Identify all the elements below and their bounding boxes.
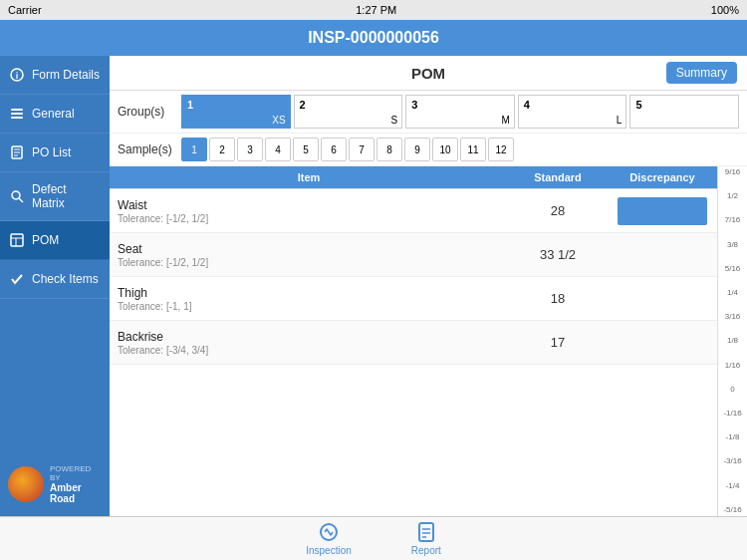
td-discrepancy-seat[interactable] <box>608 233 717 276</box>
logo-circle-icon <box>8 466 44 502</box>
group-size-2: S <box>391 115 400 126</box>
sample-btn-4[interactable]: 4 <box>265 138 291 161</box>
group-cell-1[interactable]: 1 XS <box>181 95 291 129</box>
svg-rect-3 <box>11 113 23 115</box>
group-size-1: XS <box>272 115 287 126</box>
sidebar-item-check-items[interactable]: Check Items <box>0 260 110 299</box>
tab-report[interactable]: Report <box>411 521 441 556</box>
table-icon <box>8 231 26 249</box>
ruler-mark-9-16: 9/16 <box>718 168 747 176</box>
sample-btn-9[interactable]: 9 <box>404 138 430 161</box>
group-num-5: 5 <box>632 99 641 111</box>
ruler-mark-neg-5-16: -5/16 <box>718 506 747 514</box>
sidebar-label-pom: POM <box>32 233 59 247</box>
ruler-mark-3-16: 3/16 <box>718 313 747 321</box>
sample-btn-6[interactable]: 6 <box>321 138 347 161</box>
td-standard-thigh: 18 <box>508 277 608 320</box>
group-cell-5[interactable]: 5 <box>629 95 739 129</box>
sample-btn-7[interactable]: 7 <box>349 138 374 161</box>
ruler-mark-3-8: 3/8 <box>718 241 747 249</box>
svg-point-9 <box>12 191 20 199</box>
group-num-2: 2 <box>297 99 306 111</box>
sample-btn-1[interactable]: 1 <box>181 138 207 161</box>
discrepancy-cell-waist <box>618 197 707 225</box>
td-item-waist: Waist Tolerance: [-1/2, 1/2] <box>110 189 508 232</box>
svg-text:i: i <box>16 71 19 81</box>
sample-buttons: 1 2 3 4 5 6 7 8 9 10 11 12 <box>181 138 514 161</box>
logo-text: POWERED BY Amber Road <box>50 464 102 504</box>
content-area: POM Summary Group(s) 1 XS 2 S 3 M <box>110 56 747 516</box>
pom-section-title: POM <box>411 65 445 82</box>
main-layout: i Form Details General PO List Defect Ma… <box>0 56 747 516</box>
sidebar-label-po-list: PO List <box>32 145 71 159</box>
td-discrepancy-backrise[interactable] <box>608 321 717 364</box>
group-cell-3[interactable]: 3 M <box>405 95 515 129</box>
svg-rect-4 <box>11 117 23 119</box>
td-item-backrise: Backrise Tolerance: [-3/4, 3/4] <box>110 321 508 364</box>
item-tolerance-seat: Tolerance: [-1/2, 1/2] <box>118 257 500 268</box>
group-size-3: M <box>501 115 511 126</box>
svg-rect-2 <box>11 109 23 111</box>
ruler-mark-5-16: 5/16 <box>718 265 747 273</box>
ruler-mark-0: 0 <box>718 386 747 394</box>
tab-bar: Inspection Report <box>0 516 747 560</box>
td-discrepancy-waist[interactable] <box>608 189 717 232</box>
table-row[interactable]: Backrise Tolerance: [-3/4, 3/4] 17 <box>110 321 717 365</box>
ruler-mark-1-2: 1/2 <box>718 192 747 200</box>
header: INSP-0000000056 <box>0 20 747 56</box>
sample-btn-10[interactable]: 10 <box>432 138 458 161</box>
summary-button[interactable]: Summary <box>666 62 737 84</box>
ruler-mark-1-16: 1/16 <box>718 362 747 370</box>
sidebar-label-defect-matrix: Defect Matrix <box>32 182 102 210</box>
table-row[interactable]: Seat Tolerance: [-1/2, 1/2] 33 1/2 <box>110 233 717 277</box>
item-name-waist: Waist <box>118 198 500 212</box>
group-cell-4[interactable]: 4 L <box>518 95 627 129</box>
list-icon <box>8 105 26 123</box>
search-icon <box>8 187 26 205</box>
sidebar-item-defect-matrix[interactable]: Defect Matrix <box>0 172 110 221</box>
group-num-3: 3 <box>408 99 417 111</box>
sample-btn-8[interactable]: 8 <box>376 138 402 161</box>
groups-label: Group(s) <box>118 105 177 119</box>
td-discrepancy-thigh[interactable] <box>608 277 717 320</box>
logo-brand: Amber Road <box>50 482 102 504</box>
header-title: INSP-0000000056 <box>308 29 439 47</box>
svg-rect-11 <box>11 234 23 246</box>
td-item-seat: Seat Tolerance: [-1/2, 1/2] <box>110 233 508 276</box>
tab-inspection[interactable]: Inspection <box>306 521 352 556</box>
sidebar-item-po-list[interactable]: PO List <box>0 134 110 172</box>
td-standard-backrise: 17 <box>508 321 608 364</box>
sample-btn-12[interactable]: 12 <box>488 138 514 161</box>
pom-title-bar: POM Summary <box>110 56 747 91</box>
tab-inspection-label: Inspection <box>306 545 352 556</box>
carrier-label: Carrier <box>8 4 42 16</box>
item-name-seat: Seat <box>118 242 500 256</box>
ruler-mark-7-16: 7/16 <box>718 216 747 224</box>
table-row[interactable]: Thigh Tolerance: [-1, 1] 18 <box>110 277 717 321</box>
item-tolerance-waist: Tolerance: [-1/2, 1/2] <box>118 213 500 224</box>
samples-row: Sample(s) 1 2 3 4 5 6 7 8 9 10 11 12 <box>110 134 747 166</box>
battery-label: 100% <box>711 4 739 16</box>
sidebar-item-form-details[interactable]: i Form Details <box>0 56 110 95</box>
ruler-mark-neg-1-8: -1/8 <box>718 433 747 441</box>
sidebar-item-pom[interactable]: POM <box>0 221 110 260</box>
sample-btn-5[interactable]: 5 <box>293 138 319 161</box>
ruler-mark-neg-3-16: -3/16 <box>718 457 747 465</box>
sample-btn-3[interactable]: 3 <box>237 138 263 161</box>
table-header: Item Standard Discrepancy <box>110 166 747 189</box>
group-size-4: L <box>617 115 624 126</box>
svg-rect-15 <box>419 523 433 541</box>
group-cell-2[interactable]: 2 S <box>294 95 403 129</box>
item-tolerance-backrise: Tolerance: [-3/4, 3/4] <box>118 345 500 356</box>
sidebar-item-general[interactable]: General <box>0 95 110 134</box>
sample-btn-11[interactable]: 11 <box>460 138 486 161</box>
sidebar-label-form-details: Form Details <box>32 68 100 82</box>
table-row[interactable]: Waist Tolerance: [-1/2, 1/2] 28 <box>110 189 717 233</box>
sample-btn-2[interactable]: 2 <box>209 138 235 161</box>
td-standard-waist: 28 <box>508 189 608 232</box>
ruler-mark-1-8: 1/8 <box>718 337 747 345</box>
sidebar-logo: POWERED BY Amber Road <box>0 452 110 516</box>
pom-table: Item Standard Discrepancy Waist Toleranc… <box>110 166 747 516</box>
sidebar: i Form Details General PO List Defect Ma… <box>0 56 110 516</box>
document-icon <box>8 143 26 161</box>
